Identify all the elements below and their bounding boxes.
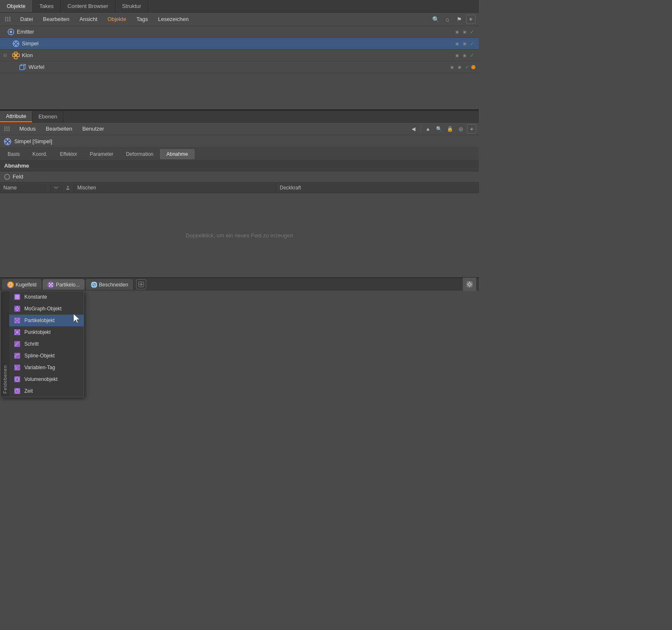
- svg-point-30: [52, 285, 53, 286]
- menu-bearbeiten2[interactable]: Bearbeiten: [42, 124, 76, 134]
- tab-struktur[interactable]: Struktur: [116, 0, 149, 12]
- menu-lesezeichen[interactable]: Lesezeichen: [154, 14, 193, 24]
- add-icon[interactable]: +: [466, 15, 475, 24]
- constant-icon: [13, 293, 21, 301]
- dropdown-item-variable[interactable]: V Variablen-Tag: [9, 362, 84, 373]
- subtab-deformation[interactable]: Deformation: [120, 150, 159, 159]
- tab-objekte[interactable]: Objekte: [0, 0, 33, 12]
- svg-point-59: [19, 330, 20, 331]
- simpel-icon: [12, 39, 20, 48]
- vis-icon3[interactable]: ▣: [454, 52, 460, 59]
- menu-ansicht[interactable]: Ansicht: [75, 14, 102, 24]
- menu-tags[interactable]: Tags: [132, 14, 152, 24]
- step-icon: [13, 340, 21, 348]
- dropdown-item-konstante[interactable]: Konstante: [9, 291, 84, 303]
- menu-modus[interactable]: Modus: [15, 124, 40, 134]
- attr-menu-right: ◀ ▲ 🔍 🔒 ◎ +: [409, 124, 476, 134]
- subtab-parameter[interactable]: Parameter: [84, 150, 119, 159]
- object-row-wurfel[interactable]: Würfel ▣ ▣ ✓: [0, 61, 479, 73]
- add-tab-button[interactable]: [136, 279, 146, 289]
- cube-icon: [18, 63, 27, 71]
- menu-benutzer[interactable]: Benutzer: [78, 124, 108, 134]
- radio-button[interactable]: [4, 174, 10, 180]
- render-icon[interactable]: ▣: [461, 29, 468, 35]
- subtab-effektor[interactable]: Effektor: [54, 150, 83, 159]
- arrow-left-icon[interactable]: ◀: [409, 124, 418, 134]
- tab-ebenen[interactable]: Ebenen: [32, 111, 63, 122]
- dropdown-label-spline: Spline-Objekt: [24, 353, 55, 359]
- search-icon[interactable]: 🔍: [431, 15, 440, 24]
- svg-point-54: [18, 322, 20, 323]
- vis-icon2[interactable]: ▣: [454, 40, 460, 47]
- render-icon3[interactable]: ▣: [461, 52, 468, 59]
- svg-point-31: [50, 284, 52, 285]
- home-icon[interactable]: ⌂: [443, 15, 452, 24]
- tab-takes[interactable]: Takes: [33, 0, 61, 12]
- dropdown-item-schritt[interactable]: Schritt: [9, 338, 84, 350]
- flag-icon[interactable]: ⚑: [454, 15, 464, 24]
- object-controls-klon: ▣ ▣ ✓: [454, 52, 475, 59]
- render-icon4[interactable]: ▣: [456, 64, 463, 71]
- field-row: Feld: [0, 171, 479, 182]
- dropdown-item-volumen[interactable]: Volumenobjekt: [9, 373, 84, 385]
- svg-point-25: [8, 283, 13, 287]
- search-icon2[interactable]: 🔍: [434, 124, 444, 134]
- check-icon2[interactable]: ✓: [469, 40, 475, 47]
- dropdown-label-konstante: Konstante: [24, 294, 47, 300]
- tab-attribute[interactable]: Attribute: [0, 111, 32, 122]
- add-icon2[interactable]: +: [467, 124, 476, 134]
- particle-icon: [13, 317, 21, 324]
- menu-datei[interactable]: Datei: [16, 14, 37, 24]
- tab-content-browser[interactable]: Content Browser: [61, 0, 116, 12]
- svg-point-58: [15, 330, 16, 331]
- bottom-tab-beschneiden[interactable]: Beschneiden: [86, 279, 133, 290]
- svg-point-27: [49, 283, 50, 284]
- dropdown-item-mograph[interactable]: MoGraph-Objekt: [9, 303, 84, 315]
- spline-icon: [13, 352, 21, 360]
- object-controls-emitter: ▣ ▣ ✓: [454, 29, 475, 35]
- target-icon[interactable]: ◎: [456, 124, 465, 134]
- vis-icon[interactable]: ▣: [454, 29, 460, 35]
- bottom-tab-partikel-label: Partikelo...: [56, 282, 80, 288]
- subtab-koord[interactable]: Koord.: [26, 150, 53, 159]
- dropdown-label-volumen: Volumenobjekt: [24, 376, 58, 382]
- dropdown-label-punkt: Punktobjekt: [24, 329, 51, 335]
- th-wave-icon: [50, 182, 62, 193]
- menu-bearbeiten[interactable]: Bearbeiten: [39, 14, 74, 24]
- th-name: Name: [0, 182, 50, 193]
- svg-point-21: [8, 140, 10, 142]
- sphere-icon: [7, 281, 14, 288]
- svg-point-49: [16, 310, 18, 311]
- subtab-abnahme[interactable]: Abnahme: [160, 149, 194, 159]
- render-icon2[interactable]: ▣: [461, 40, 468, 47]
- bottom-tab-partikel[interactable]: Partikelo...: [43, 279, 84, 290]
- vis-icon4[interactable]: ▣: [449, 64, 455, 71]
- object-row-simpel[interactable]: Simpel ▣ ▣ ✓: [0, 38, 479, 50]
- empty-content-area[interactable]: Doppelklick, um ein neues Feld zu erzeug…: [0, 193, 479, 277]
- object-row-emitter[interactable]: Emitter ▣ ▣ ✓: [0, 26, 479, 38]
- subtab-basis[interactable]: Basis: [2, 150, 26, 159]
- lock-icon[interactable]: 🔒: [445, 124, 454, 134]
- check-icon[interactable]: ✓: [469, 29, 475, 35]
- svg-rect-15: [20, 66, 24, 70]
- svg-point-69: [18, 369, 19, 370]
- arrow-up-icon[interactable]: ▲: [423, 124, 433, 134]
- object-controls-simpel: ▣ ▣ ✓: [454, 40, 475, 47]
- check-icon4[interactable]: ✓: [464, 64, 470, 71]
- dropdown-item-zeit[interactable]: Zeit: [9, 385, 84, 397]
- svg-point-29: [49, 285, 50, 286]
- bottom-area: Kugelfeld Partikelo...: [0, 277, 479, 291]
- attr-grid-icon: [3, 124, 12, 134]
- dropdown-item-spline[interactable]: Spline-Objekt: [9, 350, 84, 362]
- check-icon3[interactable]: ✓: [469, 52, 475, 59]
- dropdown-item-punkt[interactable]: Punktobjekt: [9, 326, 84, 338]
- object-row-klon[interactable]: ⊟ Klon ▣ ▣ ✓: [0, 50, 479, 61]
- settings-icon[interactable]: [463, 278, 476, 291]
- svg-point-46: [15, 308, 17, 310]
- bottom-tab-kugelfeld[interactable]: Kugelfeld: [3, 279, 41, 290]
- svg-point-8: [17, 43, 18, 45]
- dropdown-item-partikel[interactable]: Partikelobjekt: [9, 315, 84, 326]
- particles-icon: [47, 281, 54, 288]
- menu-objekte[interactable]: Objekte: [103, 14, 131, 24]
- svg-point-22: [7, 139, 8, 140]
